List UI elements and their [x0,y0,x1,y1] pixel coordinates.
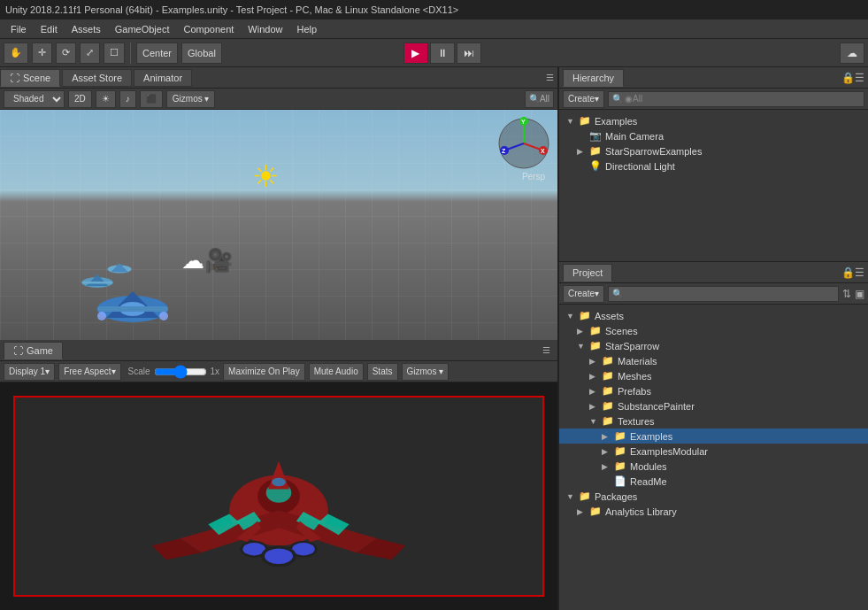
gizmos-btn[interactable]: Gizmos ▾ [166,90,216,108]
project-panel: Project 🔒 ☰ Create ▾ 🔍 ⇅ ▣ [559,262,868,610]
hierarchy-examples[interactable]: ▼ 📁 Examples [559,113,868,128]
file-icon-readme: 📄 [614,475,626,487]
tool-hand[interactable]: ✋ [4,42,28,64]
folder-icon-modules: 📁 [614,460,626,472]
tab-scene[interactable]: ⛶ Scene [0,69,60,87]
project-create-btn[interactable]: Create ▾ [563,285,604,303]
project-modules[interactable]: ▶ 📁 Modules [559,459,868,474]
hierarchy-camera-label: Main Camera [605,131,664,142]
project-lock-icon[interactable]: 🔒 [841,266,855,279]
project-materials-label: Materials [618,356,657,367]
hierarchy-directional-light[interactable]: 💡 Directional Light [559,158,868,174]
menu-file[interactable]: File [4,22,34,36]
tab-project[interactable]: Project [563,264,612,282]
play-button[interactable]: ▶ [403,42,428,64]
audio-toggle[interactable]: ♪ [119,90,136,108]
hierarchy-lock-icon[interactable]: 🔒 [841,72,855,84]
scene-search-label: All [540,94,549,104]
project-analytics[interactable]: ▶ 📁 Analytics Library [559,504,868,519]
project-assets[interactable]: ▼ 📁 Assets [559,308,868,323]
menu-assets[interactable]: Assets [65,22,108,36]
project-meshes[interactable]: ▶ 📁 Meshes [559,368,868,383]
folder-icon-starsparrow-proj: 📁 [589,340,602,351]
expand-starsparrow: ▶ [577,147,586,156]
project-scenes[interactable]: ▶ 📁 Scenes [559,323,868,338]
expand-scenes: ▶ [577,327,586,336]
tab-game[interactable]: ⛶ Game [4,342,63,359]
project-starsparrow[interactable]: ▼ 📁 StarSparrow [559,338,868,353]
project-examples[interactable]: ▶ 📁 Examples [559,429,868,444]
pause-button[interactable]: ⏸ [430,42,455,64]
shading-mode-select[interactable]: Shaded [4,90,65,108]
menu-component[interactable]: Component [176,22,241,36]
menu-edit[interactable]: Edit [34,22,65,36]
tool-move[interactable]: ✛ [32,42,52,64]
effects-toggle[interactable]: ⬛ [140,90,163,108]
hierarchy-menu-icon[interactable]: ☰ [855,72,864,84]
tool-scale[interactable]: ⤢ [80,42,100,64]
project-content[interactable]: ▼ 📁 Assets ▶ 📁 Scenes ▼ 📁 StarSparrow [559,305,868,610]
play-controls: ▶ ⏸ ⏭ [403,42,481,64]
project-textures[interactable]: ▼ 📁 Textures [559,413,868,429]
2d-toggle[interactable]: 2D [68,90,92,108]
game-panel-menu[interactable]: ☰ [539,345,554,355]
project-prefabs[interactable]: ▶ 📁 Prefabs [559,383,868,398]
project-materials[interactable]: ▶ 📁 Materials [559,353,868,368]
menu-help[interactable]: Help [289,22,324,36]
global-local-toggle[interactable]: Global [181,42,222,64]
tab-asset-store[interactable]: Asset Store [62,69,132,87]
hierarchy-create-btn[interactable]: Create ▾ [563,90,604,108]
project-modules-label: Modules [630,461,667,472]
project-substance[interactable]: ▶ 📁 SubstancePainter [559,398,868,413]
display-label: Display 1 [9,367,45,376]
project-readme-label: ReadMe [630,476,667,487]
sort-icon[interactable]: ⇅ [842,288,851,300]
game-viewport[interactable] [0,382,557,610]
toolbar: ✋ ✛ ⟳ ⤢ ☐ Center Global ▶ ⏸ ⏭ ☁ [0,39,868,67]
scale-slider[interactable] [154,365,207,379]
folder-icon-examples: 📁 [579,115,591,127]
lighting-toggle[interactable]: ☀ [96,90,116,108]
red-spaceship [111,398,447,595]
tool-rect[interactable]: ☐ [104,42,125,64]
maximize-on-play-btn[interactable]: Maximize On Play [223,363,305,381]
cloud-button[interactable]: ☁ [840,42,864,64]
menu-window[interactable]: Window [241,22,289,36]
animator-label: Animator [143,73,182,83]
project-search-box[interactable]: 🔍 [608,286,839,302]
project-substance-label: SubstancePainter [618,401,695,412]
filter-icon[interactable]: ▣ [855,288,864,300]
stats-btn[interactable]: Stats [367,363,398,381]
mute-audio-btn[interactable]: Mute Audio [309,363,364,381]
scene-panel-menu[interactable]: ☰ [542,73,557,82]
game-tab-bar: ⛶ Game ☰ [0,340,557,361]
display-select[interactable]: Display 1 ▾ [4,363,55,381]
hierarchy-content[interactable]: ▼ 📁 Examples 📷 Main Camera ▶ 📁 StarSparr… [559,110,868,261]
tool-rotate[interactable]: ⟳ [56,42,76,64]
step-button[interactable]: ⏭ [457,42,481,64]
project-examples-modular[interactable]: ▶ 📁 ExamplesModular [559,444,868,459]
expand-assets: ▼ [566,312,575,320]
center-pivot-toggle[interactable]: Center [136,42,178,64]
hierarchy-examples-label: Examples [595,116,637,127]
tab-hierarchy[interactable]: Hierarchy [563,69,624,87]
project-readme[interactable]: 📄 ReadMe [559,474,868,489]
expand-materials: ▶ [589,357,598,366]
gizmos-game-btn[interactable]: Gizmos ▾ [402,363,449,381]
expand-modules: ▶ [602,462,611,471]
hierarchy-starsparrow[interactable]: ▶ 📁 StarSparrowExamples [559,143,868,158]
project-menu-icon[interactable]: ☰ [855,266,864,279]
separator-1 [130,42,131,64]
scene-viewport[interactable]: ☀ ☁🎥 [0,110,557,340]
create-label: Create [568,94,595,104]
aspect-select[interactable]: Free Aspect ▾ [58,363,120,381]
project-tab-bar: Project 🔒 ☰ [559,262,868,283]
project-examples-label: Examples [630,431,672,442]
hierarchy-search-box[interactable]: 🔍 ◉All [608,91,864,107]
perspective-label: Persp [522,172,545,181]
game-icon: ⛶ [13,345,23,356]
hierarchy-main-camera[interactable]: 📷 Main Camera [559,128,868,143]
project-packages[interactable]: ▼ 📁 Packages [559,489,868,504]
menu-gameobject[interactable]: GameObject [108,22,177,36]
tab-animator[interactable]: Animator [134,69,192,87]
